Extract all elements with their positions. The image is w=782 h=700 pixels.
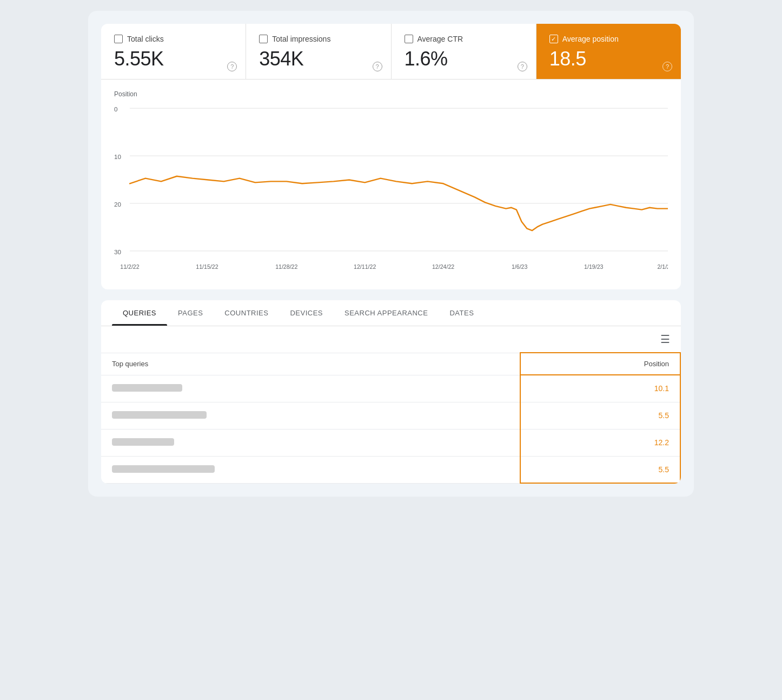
tab-countries[interactable]: COUNTRIES [214,300,279,326]
metric-total-impressions[interactable]: Total impressions 354K ? [246,24,391,79]
metric-average-position[interactable]: ✓ Average position 18.5 ? [536,24,681,79]
average-position-label: Average position [562,35,619,43]
svg-text:1/19/23: 1/19/23 [584,263,603,270]
tabs-row: QUERIES PAGES COUNTRIES DEVICES SEARCH A… [101,300,681,326]
query-cell-1 [101,375,520,402]
table-row: 5.5 [101,402,680,429]
total-clicks-label: Total clicks [127,35,164,43]
tab-queries[interactable]: QUERIES [112,300,167,326]
total-impressions-label: Total impressions [272,35,330,43]
svg-text:12/24/22: 12/24/22 [432,263,454,270]
table-row: 10.1 [101,375,680,402]
query-cell-4 [101,456,520,483]
average-ctr-help-icon[interactable]: ? [518,62,527,71]
tab-pages[interactable]: PAGES [167,300,214,326]
svg-text:30: 30 [114,249,121,255]
tab-search-appearance[interactable]: SEARCH APPEARANCE [334,300,439,326]
col-position-header: Position [520,353,680,375]
total-clicks-help-icon[interactable]: ? [227,62,237,71]
svg-text:12/11/22: 12/11/22 [354,263,376,270]
table-header-row: Top queries Position [101,353,680,375]
blurred-query-2 [112,411,207,419]
svg-text:1/6/23: 1/6/23 [512,263,528,270]
average-ctr-label: Average CTR [417,35,463,43]
total-impressions-value: 354K [259,48,377,70]
position-cell-2: 5.5 [520,402,680,429]
total-impressions-checkbox[interactable] [259,35,268,43]
bottom-card: QUERIES PAGES COUNTRIES DEVICES SEARCH A… [101,300,681,484]
blurred-query-4 [112,465,215,473]
average-position-value: 18.5 [549,48,668,70]
metrics-row: Total clicks 5.55K ? Total impressions 3… [101,24,681,80]
queries-table: Top queries Position 10.1 5.5 [101,352,681,484]
metric-average-ctr[interactable]: Average CTR 1.6% ? [392,24,536,79]
metrics-card: Total clicks 5.55K ? Total impressions 3… [101,24,681,289]
svg-text:11/2/22: 11/2/22 [120,263,139,270]
position-cell-1: 10.1 [520,375,680,402]
metric-total-clicks[interactable]: Total clicks 5.55K ? [101,24,246,79]
col-top-queries-header: Top queries [101,353,520,375]
average-ctr-checkbox[interactable] [405,35,413,43]
filter-icon[interactable]: ☰ [660,333,670,346]
svg-text:20: 20 [114,201,121,208]
total-clicks-checkbox[interactable] [114,35,123,43]
svg-text:0: 0 [114,106,117,113]
svg-text:10: 10 [114,154,121,160]
table-row: 12.2 [101,429,680,456]
total-impressions-help-icon[interactable]: ? [373,62,382,71]
total-clicks-value: 5.55K [114,48,233,70]
chart-y-label: Position [114,90,668,98]
position-chart: 0 10 20 30 [114,101,668,274]
blurred-query-3 [112,438,174,446]
chart-svg-container: 0 10 20 30 [114,101,668,276]
position-cell-3: 12.2 [520,429,680,456]
main-container: Total clicks 5.55K ? Total impressions 3… [88,11,694,497]
blurred-query-1 [112,384,182,392]
position-cell-4: 5.5 [520,456,680,483]
chart-area: Position 0 10 20 [101,80,681,289]
query-cell-3 [101,429,520,456]
svg-text:11/15/22: 11/15/22 [196,263,218,270]
average-position-help-icon[interactable]: ? [662,62,672,71]
average-position-checkbox[interactable]: ✓ [549,35,558,43]
average-ctr-value: 1.6% [405,48,523,70]
svg-text:2/1/23: 2/1/23 [657,263,668,270]
tab-dates[interactable]: DATES [439,300,485,326]
tab-devices[interactable]: DEVICES [279,300,334,326]
table-toolbar: ☰ [101,326,681,352]
query-cell-2 [101,402,520,429]
table-row: 5.5 [101,456,680,483]
svg-text:11/28/22: 11/28/22 [275,263,297,270]
